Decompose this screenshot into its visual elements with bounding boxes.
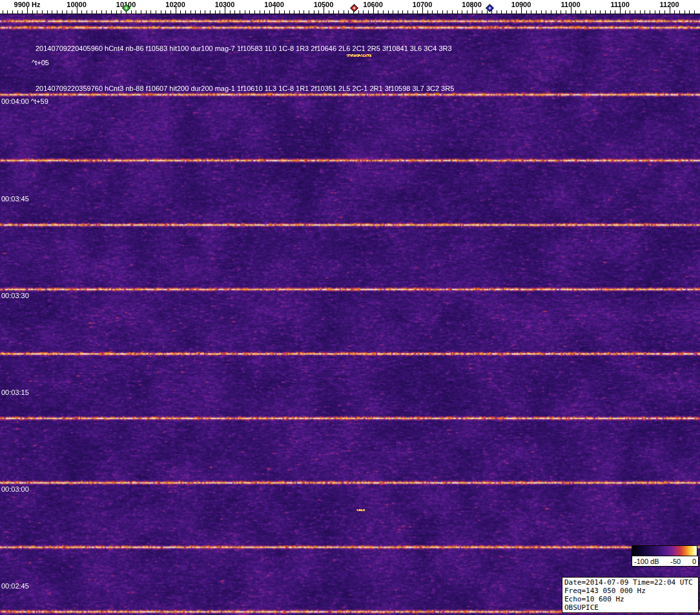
db-scale-labels: -100 dB -50 0	[632, 556, 699, 567]
event-annotation-2: 20140709220359760 hCnt3 nb-88 f10607 hit…	[36, 85, 454, 92]
freq-tick-label-11000: 11000	[561, 1, 581, 8]
time-tick-label: 00:03:45	[1, 195, 29, 203]
time-tick-label: 00:03:15	[1, 388, 29, 396]
event-annotation-1-time: ^t+05	[32, 59, 49, 66]
frequency-ruler[interactable]: 9900 Hz100001010010200103001040010500106…	[0, 0, 700, 14]
freq-tick-label-11100: 11100	[610, 1, 629, 8]
freq-tick-label-11200: 11200	[660, 1, 679, 8]
info-station: OBSUPICE	[564, 603, 696, 612]
freq-tick-label-10500: 10500	[314, 1, 334, 8]
freq-tick-label-10400: 10400	[264, 1, 284, 8]
time-tick-label: 00:03:30	[1, 292, 29, 299]
time-tick-label: 00:02:45	[1, 582, 29, 590]
freq-tick-label-10200: 10200	[165, 1, 185, 8]
spectrogram-app-window: 9900 Hz100001010010200103001040010500106…	[0, 0, 700, 615]
db-scale-gradient	[632, 545, 697, 556]
info-echo: Echo=10 600 Hz	[564, 595, 696, 603]
info-frequency: Freq=143 050 000 Hz	[564, 587, 696, 595]
observation-info-box: Date=2014-07-09 Time=22:04 UTC Freq=143 …	[562, 577, 699, 613]
frequency-ruler-ticks	[0, 0, 700, 14]
time-tick-label: 00:03:00	[1, 485, 29, 493]
info-date-time: Date=2014-07-09 Time=22:04 UTC	[564, 578, 696, 587]
freq-tick-label-10800: 10800	[462, 1, 482, 8]
event-annotation-1: 20140709220405960 hCnt4 nb-86 f10583 hit…	[36, 45, 452, 52]
freq-tick-label-10300: 10300	[215, 1, 235, 8]
db-scale-min-label: -100 dB	[634, 558, 659, 565]
freq-tick-label-9900: 9900 Hz	[14, 1, 41, 8]
spectrogram-waterfall	[0, 14, 700, 615]
freq-tick-label-10900: 10900	[511, 1, 531, 8]
db-scale-mid-label: -50	[670, 558, 681, 565]
freq-tick-label-10600: 10600	[363, 1, 383, 8]
db-scale-max-label: 0	[692, 558, 696, 565]
db-scale: -100 dB -50 0	[632, 545, 699, 567]
time-tick-label: 00:04:00 ^t+59	[1, 97, 48, 105]
freq-tick-label-10000: 10000	[67, 1, 87, 8]
freq-tick-label-10700: 10700	[413, 1, 433, 8]
